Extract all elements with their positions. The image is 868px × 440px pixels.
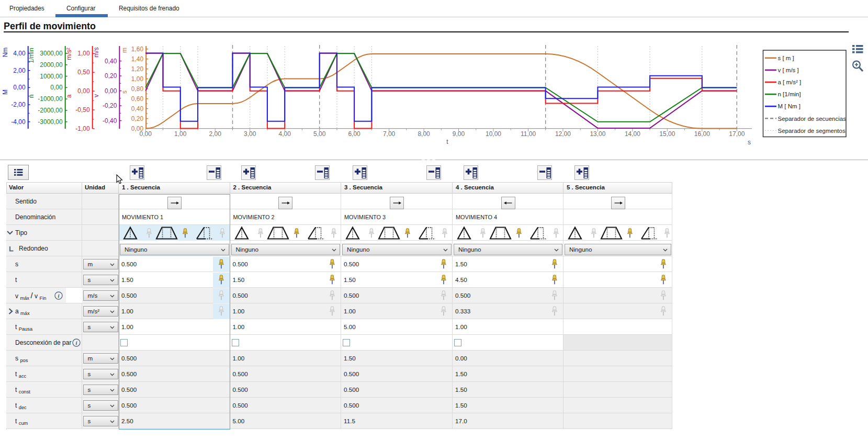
- svg-text:n [1/min]: n [1/min]: [778, 91, 801, 97]
- svg-text:1,00: 1,00: [77, 50, 90, 57]
- svg-text:n: n: [28, 95, 35, 98]
- svg-text:v: v: [93, 94, 100, 97]
- svg-text:1,20: 1,20: [131, 65, 144, 73]
- svg-text:1/min: 1/min: [28, 48, 35, 63]
- svg-text:v [ m/s ]: v [ m/s ]: [778, 67, 799, 73]
- svg-text:i: i: [75, 340, 77, 346]
- svg-text:7,00: 7,00: [383, 130, 396, 138]
- svg-text:0,00: 0,00: [77, 87, 90, 95]
- svg-text:Separador de secuencias: Separador de secuencias: [778, 116, 847, 122]
- svg-text:1000,00: 1000,00: [40, 73, 63, 80]
- svg-text:4,00: 4,00: [13, 50, 26, 57]
- svg-text:-2000,00: -2000,00: [38, 107, 63, 114]
- svg-text:14,00: 14,00: [625, 130, 640, 138]
- svg-text:3,00: 3,00: [244, 130, 256, 138]
- svg-text:5,00: 5,00: [313, 130, 326, 138]
- svg-text:4,00: 4,00: [279, 130, 291, 138]
- svg-text:-1000,00: -1000,00: [38, 95, 63, 103]
- svg-text:a [ m/s² ]: a [ m/s² ]: [778, 79, 802, 85]
- svg-text:8,00: 8,00: [418, 130, 430, 138]
- svg-text:10,00: 10,00: [486, 130, 501, 138]
- svg-text:11,00: 11,00: [521, 130, 536, 138]
- svg-text:0,20: 0,20: [131, 115, 144, 122]
- svg-text:0,40: 0,40: [105, 58, 117, 65]
- svg-text:0,40: 0,40: [131, 105, 144, 112]
- svg-text:9,00: 9,00: [453, 130, 465, 138]
- svg-text:0,50: 0,50: [77, 69, 90, 76]
- svg-text:-0,50: -0,50: [75, 106, 90, 114]
- svg-text:m/s²: m/s²: [65, 48, 73, 60]
- svg-text:3000,00: 3000,00: [40, 50, 63, 57]
- svg-text:i: i: [58, 292, 60, 299]
- svg-text:0,80: 0,80: [131, 85, 144, 93]
- svg-text:1,60: 1,60: [131, 46, 144, 53]
- svg-text:Separador de segmentos: Separador de segmentos: [778, 128, 846, 134]
- svg-text:-2,00: -2,00: [11, 101, 26, 108]
- svg-text:6,00: 6,00: [348, 130, 360, 138]
- svg-text:t: t: [446, 138, 448, 145]
- svg-text:m: m: [121, 48, 128, 53]
- svg-text:-0,40: -0,40: [103, 117, 117, 125]
- svg-text:s [ m ]: s [ m ]: [778, 55, 794, 61]
- svg-text:Nm: Nm: [2, 48, 9, 58]
- svg-text:0,20: 0,20: [105, 72, 117, 80]
- svg-text:0,00: 0,00: [13, 84, 26, 91]
- svg-text:s: s: [748, 139, 751, 146]
- svg-text:-3000,00: -3000,00: [38, 118, 63, 126]
- svg-text:0,00: 0,00: [105, 87, 117, 95]
- svg-text:0,00: 0,00: [50, 84, 63, 91]
- svg-text:-4,00: -4,00: [11, 118, 26, 126]
- svg-text:2,00: 2,00: [209, 130, 222, 138]
- svg-text:2,00: 2,00: [13, 67, 26, 74]
- svg-text:0,60: 0,60: [131, 95, 144, 103]
- svg-text:-1,00: -1,00: [75, 125, 90, 132]
- svg-text:15,00: 15,00: [659, 130, 675, 138]
- svg-text:-0,20: -0,20: [103, 102, 117, 109]
- svg-text:M [ Nm ]: M [ Nm ]: [778, 103, 801, 109]
- svg-text:1,00: 1,00: [174, 130, 187, 138]
- svg-text:s: s: [121, 91, 128, 94]
- svg-text:12,00: 12,00: [555, 130, 571, 138]
- svg-text:1,00: 1,00: [131, 75, 144, 83]
- svg-text:M: M: [2, 89, 9, 95]
- svg-text:m/s: m/s: [93, 47, 100, 57]
- svg-text:1,40: 1,40: [131, 55, 144, 63]
- svg-text:13,00: 13,00: [590, 130, 605, 138]
- svg-text:0,00: 0,00: [140, 130, 152, 138]
- svg-text:16,00: 16,00: [694, 130, 710, 138]
- svg-text:a: a: [65, 94, 73, 98]
- svg-text:17,00: 17,00: [729, 130, 745, 138]
- svg-text:2000,00: 2000,00: [40, 61, 63, 69]
